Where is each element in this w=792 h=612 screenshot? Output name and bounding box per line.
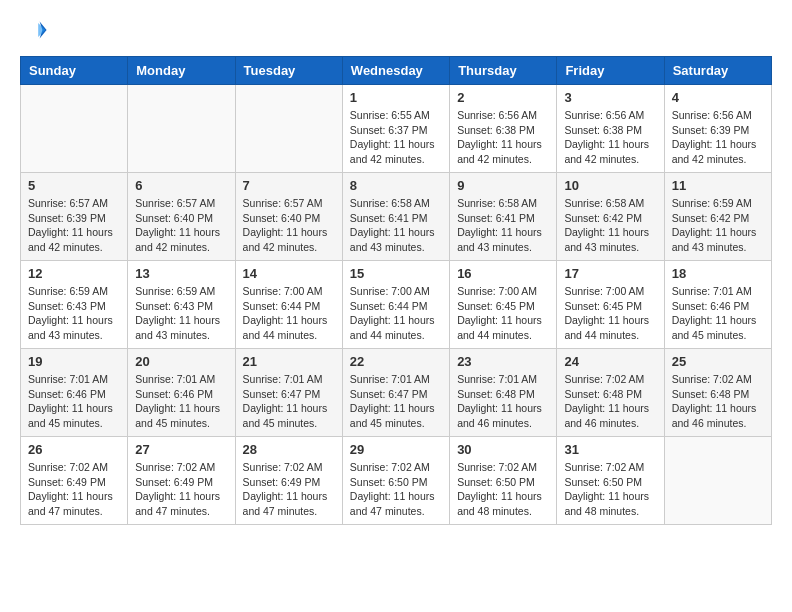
day-number: 23 (457, 354, 549, 369)
logo-icon (20, 16, 48, 44)
day-number: 31 (564, 442, 656, 457)
weekday-header-friday: Friday (557, 57, 664, 85)
calendar-cell: 4Sunrise: 6:56 AMSunset: 6:39 PMDaylight… (664, 85, 771, 173)
day-info: Sunrise: 6:56 AMSunset: 6:38 PMDaylight:… (564, 108, 656, 167)
weekday-header-sunday: Sunday (21, 57, 128, 85)
day-number: 4 (672, 90, 764, 105)
day-number: 28 (243, 442, 335, 457)
weekday-header-thursday: Thursday (450, 57, 557, 85)
calendar-cell: 29Sunrise: 7:02 AMSunset: 6:50 PMDayligh… (342, 437, 449, 525)
calendar-cell: 8Sunrise: 6:58 AMSunset: 6:41 PMDaylight… (342, 173, 449, 261)
day-number: 22 (350, 354, 442, 369)
day-number: 18 (672, 266, 764, 281)
calendar-cell: 27Sunrise: 7:02 AMSunset: 6:49 PMDayligh… (128, 437, 235, 525)
calendar-cell: 6Sunrise: 6:57 AMSunset: 6:40 PMDaylight… (128, 173, 235, 261)
day-number: 12 (28, 266, 120, 281)
calendar-cell: 13Sunrise: 6:59 AMSunset: 6:43 PMDayligh… (128, 261, 235, 349)
day-number: 13 (135, 266, 227, 281)
calendar-cell: 26Sunrise: 7:02 AMSunset: 6:49 PMDayligh… (21, 437, 128, 525)
day-info: Sunrise: 6:56 AMSunset: 6:39 PMDaylight:… (672, 108, 764, 167)
day-number: 17 (564, 266, 656, 281)
weekday-header-monday: Monday (128, 57, 235, 85)
weekday-header-row: SundayMondayTuesdayWednesdayThursdayFrid… (21, 57, 772, 85)
day-number: 9 (457, 178, 549, 193)
calendar-cell: 7Sunrise: 6:57 AMSunset: 6:40 PMDaylight… (235, 173, 342, 261)
day-info: Sunrise: 6:58 AMSunset: 6:41 PMDaylight:… (457, 196, 549, 255)
day-number: 14 (243, 266, 335, 281)
day-info: Sunrise: 7:02 AMSunset: 6:49 PMDaylight:… (135, 460, 227, 519)
calendar-week-row: 19Sunrise: 7:01 AMSunset: 6:46 PMDayligh… (21, 349, 772, 437)
calendar-table: SundayMondayTuesdayWednesdayThursdayFrid… (20, 56, 772, 525)
calendar-cell (21, 85, 128, 173)
calendar-cell: 2Sunrise: 6:56 AMSunset: 6:38 PMDaylight… (450, 85, 557, 173)
calendar-cell: 24Sunrise: 7:02 AMSunset: 6:48 PMDayligh… (557, 349, 664, 437)
weekday-header-wednesday: Wednesday (342, 57, 449, 85)
day-number: 29 (350, 442, 442, 457)
calendar-week-row: 26Sunrise: 7:02 AMSunset: 6:49 PMDayligh… (21, 437, 772, 525)
day-info: Sunrise: 7:00 AMSunset: 6:44 PMDaylight:… (350, 284, 442, 343)
weekday-header-tuesday: Tuesday (235, 57, 342, 85)
calendar-cell: 20Sunrise: 7:01 AMSunset: 6:46 PMDayligh… (128, 349, 235, 437)
day-info: Sunrise: 6:55 AMSunset: 6:37 PMDaylight:… (350, 108, 442, 167)
day-info: Sunrise: 6:57 AMSunset: 6:39 PMDaylight:… (28, 196, 120, 255)
day-number: 27 (135, 442, 227, 457)
calendar-week-row: 1Sunrise: 6:55 AMSunset: 6:37 PMDaylight… (21, 85, 772, 173)
day-number: 26 (28, 442, 120, 457)
day-number: 7 (243, 178, 335, 193)
calendar-cell: 23Sunrise: 7:01 AMSunset: 6:48 PMDayligh… (450, 349, 557, 437)
calendar-cell: 15Sunrise: 7:00 AMSunset: 6:44 PMDayligh… (342, 261, 449, 349)
day-number: 25 (672, 354, 764, 369)
day-number: 11 (672, 178, 764, 193)
day-info: Sunrise: 6:56 AMSunset: 6:38 PMDaylight:… (457, 108, 549, 167)
calendar-cell: 14Sunrise: 7:00 AMSunset: 6:44 PMDayligh… (235, 261, 342, 349)
day-info: Sunrise: 6:57 AMSunset: 6:40 PMDaylight:… (243, 196, 335, 255)
day-info: Sunrise: 7:02 AMSunset: 6:50 PMDaylight:… (564, 460, 656, 519)
calendar-week-row: 5Sunrise: 6:57 AMSunset: 6:39 PMDaylight… (21, 173, 772, 261)
day-info: Sunrise: 6:57 AMSunset: 6:40 PMDaylight:… (135, 196, 227, 255)
day-info: Sunrise: 7:01 AMSunset: 6:48 PMDaylight:… (457, 372, 549, 431)
day-info: Sunrise: 7:01 AMSunset: 6:47 PMDaylight:… (350, 372, 442, 431)
calendar-cell: 11Sunrise: 6:59 AMSunset: 6:42 PMDayligh… (664, 173, 771, 261)
header (20, 16, 772, 44)
day-info: Sunrise: 7:02 AMSunset: 6:49 PMDaylight:… (243, 460, 335, 519)
calendar-cell: 25Sunrise: 7:02 AMSunset: 6:48 PMDayligh… (664, 349, 771, 437)
day-number: 19 (28, 354, 120, 369)
calendar-cell: 19Sunrise: 7:01 AMSunset: 6:46 PMDayligh… (21, 349, 128, 437)
calendar-cell: 31Sunrise: 7:02 AMSunset: 6:50 PMDayligh… (557, 437, 664, 525)
day-number: 10 (564, 178, 656, 193)
day-info: Sunrise: 7:01 AMSunset: 6:46 PMDaylight:… (135, 372, 227, 431)
logo (20, 16, 52, 44)
day-number: 5 (28, 178, 120, 193)
calendar-cell: 16Sunrise: 7:00 AMSunset: 6:45 PMDayligh… (450, 261, 557, 349)
calendar-cell: 30Sunrise: 7:02 AMSunset: 6:50 PMDayligh… (450, 437, 557, 525)
calendar-cell: 10Sunrise: 6:58 AMSunset: 6:42 PMDayligh… (557, 173, 664, 261)
calendar-cell: 3Sunrise: 6:56 AMSunset: 6:38 PMDaylight… (557, 85, 664, 173)
day-info: Sunrise: 7:00 AMSunset: 6:45 PMDaylight:… (564, 284, 656, 343)
day-info: Sunrise: 7:02 AMSunset: 6:50 PMDaylight:… (457, 460, 549, 519)
day-info: Sunrise: 7:00 AMSunset: 6:44 PMDaylight:… (243, 284, 335, 343)
calendar-cell (128, 85, 235, 173)
weekday-header-saturday: Saturday (664, 57, 771, 85)
day-number: 6 (135, 178, 227, 193)
day-info: Sunrise: 7:01 AMSunset: 6:47 PMDaylight:… (243, 372, 335, 431)
day-number: 15 (350, 266, 442, 281)
day-info: Sunrise: 7:02 AMSunset: 6:48 PMDaylight:… (564, 372, 656, 431)
day-number: 21 (243, 354, 335, 369)
day-number: 20 (135, 354, 227, 369)
calendar-cell: 17Sunrise: 7:00 AMSunset: 6:45 PMDayligh… (557, 261, 664, 349)
calendar-cell: 12Sunrise: 6:59 AMSunset: 6:43 PMDayligh… (21, 261, 128, 349)
calendar-cell (664, 437, 771, 525)
day-info: Sunrise: 6:58 AMSunset: 6:41 PMDaylight:… (350, 196, 442, 255)
calendar-cell: 28Sunrise: 7:02 AMSunset: 6:49 PMDayligh… (235, 437, 342, 525)
day-info: Sunrise: 7:02 AMSunset: 6:50 PMDaylight:… (350, 460, 442, 519)
day-number: 30 (457, 442, 549, 457)
day-number: 3 (564, 90, 656, 105)
day-info: Sunrise: 7:00 AMSunset: 6:45 PMDaylight:… (457, 284, 549, 343)
day-number: 24 (564, 354, 656, 369)
day-number: 1 (350, 90, 442, 105)
day-number: 16 (457, 266, 549, 281)
day-info: Sunrise: 6:59 AMSunset: 6:43 PMDaylight:… (135, 284, 227, 343)
day-info: Sunrise: 6:59 AMSunset: 6:43 PMDaylight:… (28, 284, 120, 343)
calendar-week-row: 12Sunrise: 6:59 AMSunset: 6:43 PMDayligh… (21, 261, 772, 349)
day-info: Sunrise: 7:02 AMSunset: 6:49 PMDaylight:… (28, 460, 120, 519)
